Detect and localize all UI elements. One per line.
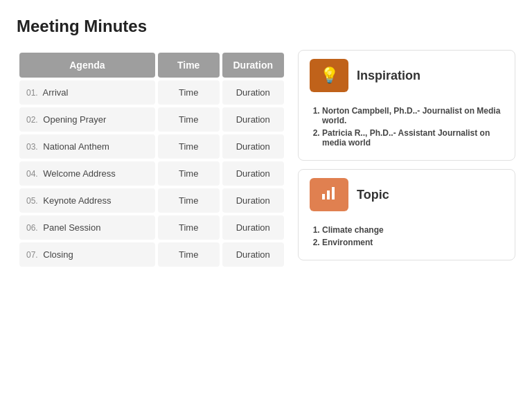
col-header-time: Time xyxy=(158,53,220,78)
item-number: 04. xyxy=(26,169,38,179)
item-label: Welcome Address xyxy=(43,168,116,179)
agenda-cell: 04. Welcome Address xyxy=(19,161,155,186)
time-cell: Time xyxy=(158,107,220,132)
table-row: 04. Welcome Address Time Duration xyxy=(19,161,284,186)
col-header-agenda: Agenda xyxy=(19,53,155,78)
item-number: 07. xyxy=(26,250,38,260)
duration-cell: Duration xyxy=(222,188,284,213)
col-header-duration: Duration xyxy=(222,53,284,78)
main-container: Agenda Time Duration 01. Arrival Time Du… xyxy=(17,50,515,269)
table-row: 05. Keynote Address Time Duration xyxy=(19,188,284,213)
list-item: Climate change xyxy=(322,225,504,235)
duration-cell: Duration xyxy=(222,107,284,132)
svg-rect-0 xyxy=(322,194,325,200)
item-label: Closing xyxy=(43,249,73,260)
time-cell: Time xyxy=(158,188,220,213)
time-cell: Time xyxy=(158,161,220,186)
duration-cell: Duration xyxy=(222,161,284,186)
item-number: 02. xyxy=(26,115,38,125)
agenda-table: Agenda Time Duration 01. Arrival Time Du… xyxy=(17,50,287,269)
item-label: Arrival xyxy=(43,87,69,98)
table-row: 01. Arrival Time Duration xyxy=(19,80,284,105)
item-label: National Anthem xyxy=(43,141,109,152)
inspiration-body: Norton Campbell, Ph.D..- Journalist on M… xyxy=(299,100,515,160)
topic-card-header: Topic xyxy=(299,170,515,220)
topic-body: Climate changeEnvironment xyxy=(299,220,515,260)
time-cell: Time xyxy=(158,80,220,105)
agenda-cell: 01. Arrival xyxy=(19,80,155,105)
item-label: Panel Session xyxy=(43,222,100,233)
time-cell: Time xyxy=(158,215,220,240)
item-number: 03. xyxy=(26,142,38,152)
list-item: Environment xyxy=(322,238,504,247)
right-panel: 💡 Inspiration Norton Campbell, Ph.D..- J… xyxy=(298,50,515,260)
agenda-cell: 02. Opening Prayer xyxy=(19,107,155,132)
inspiration-card: 💡 Inspiration Norton Campbell, Ph.D..- J… xyxy=(298,50,515,161)
svg-rect-1 xyxy=(327,190,330,200)
inspiration-card-header: 💡 Inspiration xyxy=(299,51,515,100)
table-row: 07. Closing Time Duration xyxy=(19,242,284,267)
list-item: Patricia R.., Ph.D..- Assistant Journali… xyxy=(322,128,504,148)
item-number: 05. xyxy=(26,196,38,206)
item-number: 06. xyxy=(26,223,38,233)
topic-title: Topic xyxy=(357,188,389,202)
duration-cell: Duration xyxy=(222,242,284,267)
inspiration-title: Inspiration xyxy=(357,69,420,83)
svg-rect-2 xyxy=(332,187,335,200)
page-title: Meeting Minutes xyxy=(17,17,515,36)
agenda-cell: 05. Keynote Address xyxy=(19,188,155,213)
table-row: 06. Panel Session Time Duration xyxy=(19,215,284,240)
topic-card: Topic Climate changeEnvironment xyxy=(298,169,515,260)
time-cell: Time xyxy=(158,134,220,159)
item-number: 01. xyxy=(26,88,38,98)
agenda-cell: 07. Closing xyxy=(19,242,155,267)
agenda-cell: 03. National Anthem xyxy=(19,134,155,159)
table-row: 03. National Anthem Time Duration xyxy=(19,134,284,159)
agenda-cell: 06. Panel Session xyxy=(19,215,155,240)
table-row: 02. Opening Prayer Time Duration xyxy=(19,107,284,132)
duration-cell: Duration xyxy=(222,215,284,240)
topic-icon xyxy=(321,184,337,205)
list-item: Norton Campbell, Ph.D..- Journalist on M… xyxy=(322,106,504,125)
duration-cell: Duration xyxy=(222,134,284,159)
topic-icon-box xyxy=(310,178,348,211)
inspiration-icon: 💡 xyxy=(320,66,339,85)
item-label: Opening Prayer xyxy=(43,114,106,125)
item-label: Keynote Address xyxy=(43,195,111,206)
duration-cell: Duration xyxy=(222,80,284,105)
time-cell: Time xyxy=(158,242,220,267)
inspiration-icon-box: 💡 xyxy=(310,59,348,92)
